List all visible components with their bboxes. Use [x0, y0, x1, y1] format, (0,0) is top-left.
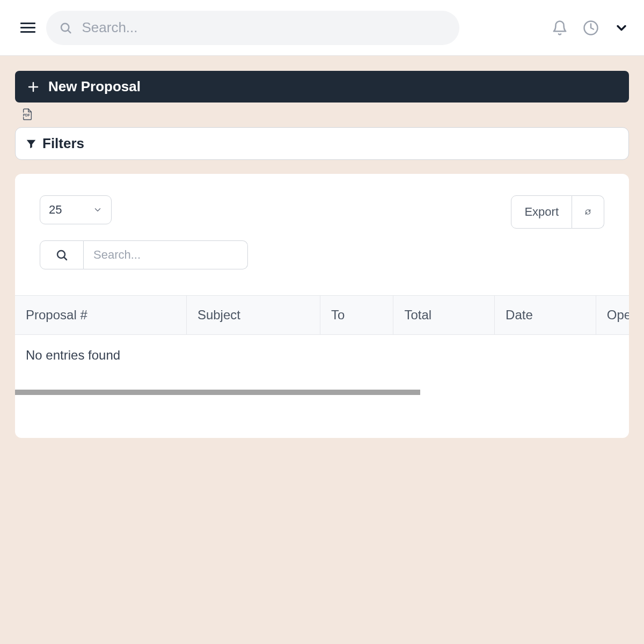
svg-text:PDF: PDF [23, 113, 30, 117]
page-size-select[interactable]: 25 [40, 195, 112, 224]
new-proposal-label: New Proposal [48, 78, 141, 95]
plus-icon [27, 80, 40, 93]
new-proposal-button[interactable]: New Proposal [15, 71, 629, 103]
pdf-export-button[interactable]: PDF [21, 108, 629, 123]
table-scroll-area[interactable]: Proposal # Subject To Total Date Open Ti… [15, 295, 629, 376]
table-row-empty: No entries found [15, 335, 629, 376]
page-size-value: 25 [49, 203, 62, 217]
search-icon [55, 248, 68, 261]
proposals-table: Proposal # Subject To Total Date Open Ti… [15, 295, 629, 376]
col-total[interactable]: Total [393, 296, 495, 335]
col-proposal-number[interactable]: Proposal # [15, 296, 186, 335]
svg-line-1 [68, 30, 71, 33]
top-bar [0, 0, 644, 56]
col-subject[interactable]: Subject [186, 296, 320, 335]
table-search-icon-box [40, 240, 84, 269]
menu-toggle-button[interactable] [20, 23, 35, 33]
clock-icon[interactable] [583, 20, 599, 36]
global-search-input[interactable] [82, 19, 447, 36]
refresh-icon [585, 207, 591, 217]
filters-toggle[interactable]: Filters [15, 127, 629, 160]
chevron-down-icon[interactable] [614, 20, 629, 35]
search-icon [59, 21, 72, 35]
col-date[interactable]: Date [495, 296, 596, 335]
global-search[interactable] [46, 11, 459, 45]
filter-icon [25, 138, 37, 150]
export-button[interactable]: Export [511, 195, 572, 229]
col-open-till[interactable]: Open Till [596, 296, 629, 335]
svg-line-7 [64, 258, 67, 260]
proposals-card: 25 Export [15, 174, 629, 438]
main-content: New Proposal PDF Filters 25 Export [0, 56, 644, 453]
pdf-icon: PDF [21, 108, 33, 121]
refresh-button[interactable] [572, 195, 604, 229]
col-to[interactable]: To [320, 296, 393, 335]
horizontal-scrollbar[interactable] [15, 390, 420, 395]
table-search-input[interactable] [84, 240, 248, 269]
filters-label: Filters [42, 135, 84, 152]
chevron-down-icon [93, 205, 103, 215]
bell-icon[interactable] [552, 20, 568, 36]
empty-message: No entries found [15, 335, 629, 376]
